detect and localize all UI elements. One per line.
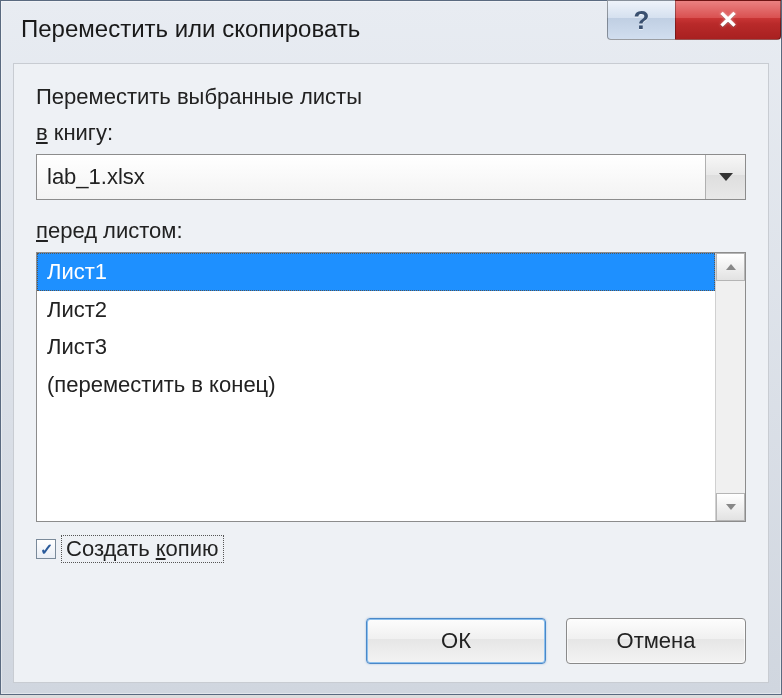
titlebar[interactable]: Переместить или скопировать ? ✕	[1, 1, 781, 57]
window-title: Переместить или скопировать	[21, 15, 360, 43]
dialog-buttons: ОК Отмена	[366, 618, 746, 664]
list-item[interactable]: Лист1	[37, 253, 715, 291]
book-combobox[interactable]: lab_1.xlsx	[36, 154, 746, 200]
sheet-listbox[interactable]: Лист1 Лист2 Лист3 (переместить в конец)	[37, 253, 715, 521]
scroll-down-button[interactable]	[716, 493, 745, 521]
instruction-text: Переместить выбранные листы	[36, 84, 746, 110]
combobox-dropdown-button[interactable]	[705, 155, 745, 199]
chevron-down-icon	[718, 172, 734, 182]
help-button[interactable]: ?	[607, 0, 675, 40]
before-sheet-label: перед листом:	[36, 218, 183, 244]
create-copy-label[interactable]: Создать копию	[62, 536, 223, 562]
svg-marker-2	[726, 504, 736, 510]
book-combobox-value: lab_1.xlsx	[47, 164, 705, 190]
listbox-scrollbar[interactable]	[715, 253, 745, 521]
create-copy-row: ✓ Создать копию	[36, 536, 746, 562]
dialog-window: Переместить или скопировать ? ✕ Перемест…	[0, 0, 782, 695]
chevron-up-icon	[725, 263, 737, 271]
sheet-listbox-container: Лист1 Лист2 Лист3 (переместить в конец)	[36, 252, 746, 522]
cancel-button[interactable]: Отмена	[566, 618, 746, 664]
scroll-track[interactable]	[716, 281, 745, 493]
list-item[interactable]: (переместить в конец)	[37, 366, 715, 404]
chevron-down-icon	[725, 503, 737, 511]
svg-marker-1	[726, 264, 736, 270]
ok-button[interactable]: ОК	[366, 618, 546, 664]
create-copy-checkbox[interactable]: ✓	[36, 539, 56, 559]
book-label: в книгу:	[36, 120, 113, 146]
close-icon: ✕	[718, 6, 738, 34]
close-button[interactable]: ✕	[675, 0, 781, 40]
dialog-content: Переместить выбранные листы в книгу: lab…	[13, 63, 769, 683]
list-item[interactable]: Лист2	[37, 291, 715, 329]
list-item[interactable]: Лист3	[37, 328, 715, 366]
scroll-up-button[interactable]	[716, 253, 745, 281]
svg-marker-0	[719, 173, 733, 181]
help-icon: ?	[634, 5, 650, 36]
titlebar-buttons: ? ✕	[607, 0, 781, 40]
